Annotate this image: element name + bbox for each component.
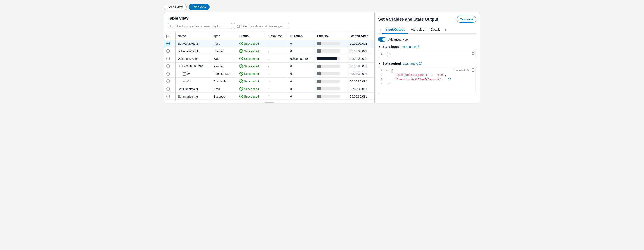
advanced-view-toggle[interactable] [378,37,386,42]
row-radio-button[interactable] [166,49,170,53]
svg-line-1 [172,26,173,27]
view-toolbar: Graph view Table view [164,4,480,10]
expand-icon[interactable]: + [178,65,181,68]
table-row[interactable]: + #0ParallelBra...✓Succeeded-000:00:30.0… [164,70,374,78]
table-panel-header: Table view [164,16,374,32]
tab-input-output[interactable]: Input/Output [382,26,408,34]
expand-icon[interactable]: + [182,72,186,76]
row-duration: 0 [288,40,314,47]
row-timeline [314,70,348,78]
table-row[interactable]: Is Hello World EChoice✓Succeeded-000:00:… [164,47,374,55]
formatted-button[interactable]: Formatted </> [454,69,469,71]
row-radio-cell[interactable] [164,85,176,93]
status-label: Succeeded [244,57,259,60]
row-radio-cell[interactable] [164,93,176,100]
status-label: Succeeded [244,95,259,98]
table-row[interactable]: + Execute in ParaParallel✓Succeeded-000:… [164,62,374,70]
tab-variables[interactable]: Variables [408,26,427,34]
row-timeline [314,47,348,55]
row-started-after: 00:00:30.081 [347,70,374,78]
status-label: Succeeded [244,72,259,76]
success-icon: ✓ [240,49,243,53]
timeline-bar [317,42,321,45]
row-type: Pass [211,40,237,47]
row-started-after: 00:00:30.081 [347,93,374,100]
header-checkbox[interactable]: ☰ [166,35,170,38]
row-radio-cell[interactable] [164,78,176,85]
table-row[interactable]: Wait for X SecoWait✓Succeeded-00:00:30.0… [164,55,374,62]
state-output-copy-button[interactable] [471,68,475,73]
row-name: Summarize the [176,93,211,100]
external-link-icon [417,45,420,48]
row-type: Choice [211,47,237,55]
row-type: ParallelBra... [211,70,237,78]
timeline-bar-container [317,87,340,90]
state-output-learn-more[interactable]: Learn more [403,62,422,65]
tab-next-button[interactable]: › [444,27,448,33]
row-type: Succeed [211,93,237,100]
row-radio-button[interactable] [166,87,170,91]
content-area: Table view [164,12,480,103]
row-resource: - [266,47,288,55]
state-input-copy-button[interactable] [471,51,475,56]
svg-rect-6 [472,52,474,55]
col-resource[interactable]: Resource [266,32,288,40]
expand-icon[interactable]: + [182,80,186,83]
row-radio-button[interactable] [166,72,170,76]
col-timeline[interactable]: Timeline [314,32,348,40]
row-name: Wait for X Seco [176,55,211,62]
table-body: Set Variables arPass✓Succeeded-000:00:00… [164,40,374,100]
row-radio-cell[interactable] [164,70,176,78]
test-state-button[interactable]: Test state [457,16,476,23]
filter-row: Filter by a date and time range [168,23,370,29]
state-input-triangle[interactable]: ▼ [378,46,380,48]
right-panel: Set Variables and State Output Test stat… [374,12,480,103]
row-status: ✓Succeeded [237,40,266,47]
row-radio-button[interactable] [166,64,170,68]
row-radio-button[interactable] [166,79,170,83]
tab-details[interactable]: Details [428,26,444,34]
graph-view-button[interactable]: Graph view [164,4,187,10]
state-input-block: 1 {} [378,50,476,58]
success-icon: ✓ [240,64,243,68]
row-duration: 0 [288,78,314,85]
col-started-after[interactable]: Started After [347,32,374,40]
row-resource: - [266,93,288,100]
timeline-bar-container [317,80,340,83]
row-duration: 0 [288,47,314,55]
row-radio-button[interactable] [166,95,170,98]
timeline-bar [317,65,321,68]
row-radio-cell[interactable] [164,62,176,70]
row-radio-button[interactable] [166,42,170,45]
table-view-button[interactable]: Table view [188,4,210,10]
row-status: ✓Succeeded [237,85,266,93]
tab-prev-button[interactable]: ‹ [378,27,382,33]
row-status: ✓Succeeded [237,55,266,62]
row-name: + #1 [176,78,211,85]
col-status[interactable]: Status [237,32,266,40]
col-name[interactable]: Name [176,32,211,40]
timeline-bar-container [317,72,340,75]
row-status: ✓Succeeded [237,78,266,85]
row-radio-cell[interactable] [164,47,176,55]
state-output-triangle[interactable]: ▼ [378,62,380,65]
state-input-learn-more[interactable]: Learn more [401,45,419,49]
table-row[interactable]: Set Variables arPass✓Succeeded-000:00:00… [164,40,374,47]
table-row[interactable]: Set CheckpointPass✓Succeeded-000:00:30.0… [164,85,374,93]
row-radio-cell[interactable] [164,55,176,62]
property-filter[interactable] [168,23,232,29]
row-started-after: 00:00:30.081 [347,62,374,70]
table-row[interactable]: + #1ParallelBra...✓Succeeded-000:00:30.0… [164,78,374,85]
col-type[interactable]: Type [211,32,237,40]
scroll-hint [164,100,374,103]
calendar-icon [237,25,240,28]
row-timeline [314,78,348,85]
table-row[interactable]: Summarize theSucceed✓Succeeded-000:00:30… [164,93,374,100]
row-radio-button[interactable] [166,57,170,60]
col-duration[interactable]: Duration [288,32,314,40]
timeline-bar [317,95,321,98]
date-filter[interactable]: Filter by a date and time range [234,23,289,29]
property-filter-input[interactable] [174,24,229,28]
row-radio-cell[interactable] [164,40,176,47]
success-icon: ✓ [240,79,243,83]
